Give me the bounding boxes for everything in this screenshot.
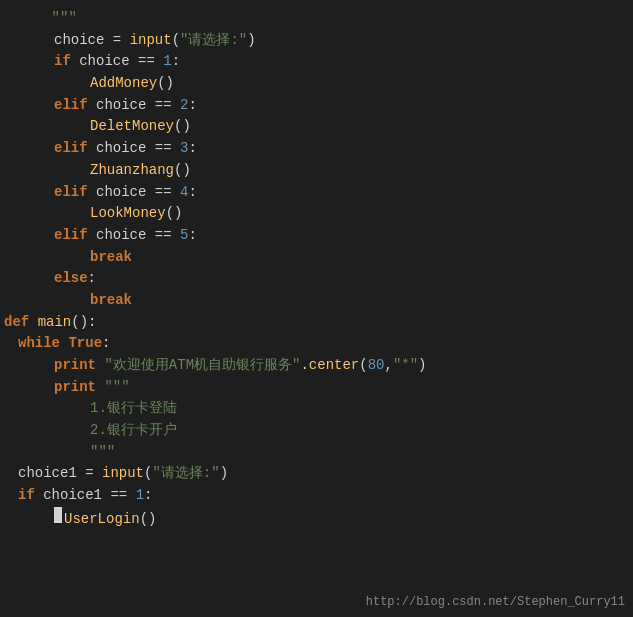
code-line: elif choice == 5:	[0, 225, 633, 247]
code-token-kw-elif: elif	[54, 225, 88, 247]
code-token-fn-name: main	[38, 312, 72, 334]
code-line: break	[0, 290, 633, 312]
code-token-num: 1	[136, 485, 144, 507]
text-cursor	[54, 507, 62, 523]
code-line: AddMoney()	[0, 73, 633, 95]
code-token-plain: (	[359, 355, 367, 377]
code-token-kw-else: else	[54, 268, 88, 290]
code-token-fn-name: center	[309, 355, 359, 377]
code-line: elif choice == 3:	[0, 138, 633, 160]
code-token-num: 3	[180, 138, 188, 160]
code-token-plain: :	[188, 95, 196, 117]
code-token-plain: ()	[166, 203, 183, 225]
code-line: """	[0, 8, 633, 30]
code-token-plain	[29, 312, 37, 334]
code-token-str: 1.银行卡登陆	[90, 398, 177, 420]
code-token-plain: choice =	[54, 30, 130, 52]
code-line: break	[0, 247, 633, 269]
code-token-plain: ()	[174, 160, 191, 182]
code-token-kw-def: def	[4, 312, 29, 334]
code-token-plain: )	[418, 355, 426, 377]
code-line: choice = input("请选择:")	[0, 30, 633, 52]
code-token-plain: :	[188, 225, 196, 247]
code-token-num: 4	[180, 182, 188, 204]
code-token-plain	[96, 377, 104, 399]
code-token-kw-print: print	[54, 377, 96, 399]
code-token-plain: choice1 =	[18, 463, 102, 485]
code-line: elif choice == 2:	[0, 95, 633, 117]
code-line: if choice == 1:	[0, 51, 633, 73]
code-token-fn-name: LookMoney	[90, 203, 166, 225]
code-token-kw-print: print	[54, 355, 96, 377]
code-token-plain	[60, 333, 68, 355]
code-line: elif choice == 4:	[0, 182, 633, 204]
code-token-plain: :	[188, 138, 196, 160]
code-token-plain: choice1 ==	[35, 485, 136, 507]
code-line: def main():	[0, 312, 633, 334]
code-line: 1.银行卡登陆	[0, 398, 633, 420]
code-line: LookMoney()	[0, 203, 633, 225]
code-token-str: "请选择:"	[180, 30, 247, 52]
code-token-plain: ()	[174, 116, 191, 138]
code-token-kw-elif: elif	[54, 138, 88, 160]
code-token-str: "欢迎使用ATM机自助银行服务"	[104, 355, 300, 377]
code-line: UserLogin()	[0, 507, 633, 531]
code-line: print """	[0, 377, 633, 399]
code-token-str: """	[104, 377, 129, 399]
code-token-plain: .	[300, 355, 308, 377]
code-token-fn-name: UserLogin	[64, 509, 140, 531]
code-token-plain: (	[144, 463, 152, 485]
code-token-kw-break: break	[90, 247, 132, 269]
code-token-fn-name: input	[130, 30, 172, 52]
code-token-plain: ():	[71, 312, 96, 334]
code-line: Zhuanzhang()	[0, 160, 633, 182]
code-token-kw-break: break	[90, 290, 132, 312]
code-token-num: 1	[163, 51, 171, 73]
code-token-plain: choice ==	[71, 51, 163, 73]
code-line: print "欢迎使用ATM机自助银行服务".center(80,"*")	[0, 355, 633, 377]
code-token-plain: ()	[157, 73, 174, 95]
code-token-plain: :	[88, 268, 96, 290]
code-token-plain: :	[144, 485, 152, 507]
code-token-plain	[96, 355, 104, 377]
code-token-plain: ()	[140, 509, 157, 531]
watermark: http://blog.csdn.net/Stephen_Curry11	[366, 595, 625, 609]
code-token-plain: ,	[384, 355, 392, 377]
code-line: if choice1 == 1:	[0, 485, 633, 507]
code-line: """	[0, 442, 633, 464]
code-token-str: "请选择:"	[152, 463, 219, 485]
code-token-plain: )	[247, 30, 255, 52]
code-token-kw-elif: elif	[54, 95, 88, 117]
code-line: else:	[0, 268, 633, 290]
code-token-kw-if: if	[18, 485, 35, 507]
code-token-num: 5	[180, 225, 188, 247]
code-editor: """choice = input("请选择:")if choice == 1:…	[0, 0, 633, 617]
code-token-kw-true: True	[68, 333, 102, 355]
code-token-plain: :	[172, 51, 180, 73]
code-token-fn-name: Zhuanzhang	[90, 160, 174, 182]
code-token-num: 2	[180, 95, 188, 117]
code-line: 2.银行卡开户	[0, 420, 633, 442]
code-line: while True:	[0, 333, 633, 355]
code-token-plain: :	[188, 182, 196, 204]
code-token-fn-name: AddMoney	[90, 73, 157, 95]
code-token-kw-while: while	[18, 333, 60, 355]
code-token-fn-name: input	[102, 463, 144, 485]
code-token-str: 2.银行卡开户	[90, 420, 177, 442]
code-token-str: """	[90, 442, 115, 464]
code-token-kw-elif: elif	[54, 182, 88, 204]
code-token-plain: (	[172, 30, 180, 52]
code-token-plain: )	[220, 463, 228, 485]
code-token-plain: choice ==	[88, 138, 180, 160]
code-token-kw-if: if	[54, 51, 71, 73]
code-line: DeletMoney()	[0, 116, 633, 138]
code-token-plain: choice ==	[88, 225, 180, 247]
code-token-fn-name: DeletMoney	[90, 116, 174, 138]
code-token-num: 80	[368, 355, 385, 377]
code-token-str: "*"	[393, 355, 418, 377]
code-token-str: """	[18, 8, 77, 30]
code-token-plain: choice ==	[88, 182, 180, 204]
code-token-plain: choice ==	[88, 95, 180, 117]
code-token-plain: :	[102, 333, 110, 355]
code-line: choice1 = input("请选择:")	[0, 463, 633, 485]
